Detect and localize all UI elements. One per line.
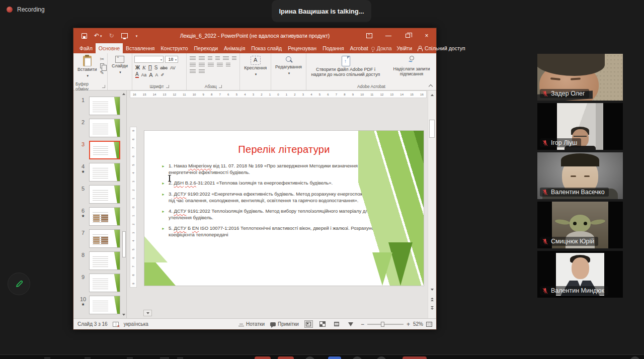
dialog-launcher-icon[interactable] (102, 85, 105, 88)
security-button-stub[interactable] (305, 356, 315, 359)
underline-button[interactable]: П (148, 65, 152, 71)
thumbnail-row[interactable]: 10★ (79, 296, 121, 314)
normal-view-button[interactable] (304, 320, 313, 328)
zoom-slider[interactable] (367, 324, 404, 325)
bullets-button[interactable] (190, 56, 196, 61)
tab-review[interactable]: Рецензуван (285, 43, 319, 53)
participant-tile[interactable]: Смицнюк Юрій (537, 202, 623, 248)
send-signature-button[interactable]: Надіслати запити підписання (388, 55, 435, 77)
font-color-button[interactable]: А (135, 72, 139, 78)
tray-button-stub[interactable] (630, 356, 640, 359)
mute-button-stub[interactable] (255, 356, 271, 359)
copy-button[interactable] (100, 63, 104, 68)
grow-font-button[interactable]: А (149, 72, 152, 78)
increase-indent-button[interactable] (215, 56, 220, 61)
thumbnail-scrollbar[interactable] (121, 92, 126, 317)
fit-to-window-button[interactable] (426, 322, 432, 327)
tell-me-button[interactable]: Докла (371, 45, 392, 51)
line-spacing-button[interactable] (223, 56, 229, 61)
slide-thumbnail[interactable] (89, 97, 120, 115)
slide-thumbnail[interactable] (89, 296, 120, 314)
justify-button[interactable] (217, 63, 223, 67)
bullet-item[interactable]: ►3. ДСТУ 9190:2022 «Енергетична ефективн… (162, 191, 379, 204)
thumbnail-row[interactable]: 7 (79, 229, 121, 248)
slide-thumbnail[interactable] (89, 185, 120, 204)
cut-button[interactable]: ✂ (100, 56, 104, 62)
notes-button[interactable]: Нотатки (238, 321, 265, 327)
thumbnail-row[interactable]: 9 (79, 274, 121, 292)
slide-thumbnail[interactable] (89, 141, 120, 159)
scroll-up-icon[interactable] (121, 92, 126, 97)
sign-in-button[interactable]: Увійти (397, 45, 413, 51)
change-case-button[interactable]: Аа (141, 72, 147, 78)
share-button[interactable]: Спільний доступ (417, 45, 465, 51)
spellcheck-icon[interactable] (113, 322, 119, 327)
bold-button[interactable]: Ж (135, 65, 140, 71)
tab-transitions[interactable]: Переходи (191, 43, 221, 53)
tab-view[interactable]: Подання (319, 43, 347, 53)
slides-button[interactable]: Слайди ▾ (110, 55, 130, 75)
thumbnail-row-selected[interactable]: 3 (79, 141, 121, 159)
editing-button[interactable]: Редагування ▾ (273, 55, 304, 76)
thumbnail-row[interactable]: 2 (79, 119, 121, 137)
align-text-button[interactable] (190, 69, 196, 74)
reactions-button-stub[interactable] (352, 356, 362, 359)
reading-view-button[interactable] (333, 320, 341, 328)
participant-tile[interactable]: Валентин Миндюк (537, 251, 623, 298)
tab-design[interactable]: Конструкто (157, 43, 191, 53)
minimize-button[interactable]: — (379, 28, 398, 43)
scroll-down-icon[interactable] (121, 312, 126, 317)
clear-formatting-button[interactable]: ✐ (160, 72, 164, 78)
titlebar[interactable]: ▾ ▾ Лекція_6_2022 - PowerPoint (не вдало… (73, 28, 436, 43)
scroll-down-icon[interactable] (428, 286, 436, 293)
scroll-up-icon[interactable] (428, 92, 436, 98)
thumbnail-row[interactable]: 1 (79, 97, 121, 115)
tab-home[interactable]: Основне (96, 43, 123, 53)
next-slide-button[interactable] (428, 305, 436, 311)
strikethrough-button[interactable]: abc (160, 65, 168, 71)
save-button[interactable] (82, 33, 87, 39)
bullet-item[interactable]: ►4. ДСТУ 9191:2022 Теплоізоляція будівел… (162, 208, 379, 221)
language-indicator[interactable]: українська (124, 321, 148, 327)
slide-thumbnail[interactable] (89, 251, 120, 270)
bullet-item[interactable]: ►2. ДБН В.2.6-31:2021 «Теплова ізоляція … (162, 180, 379, 187)
numbering-button[interactable] (199, 56, 205, 61)
font-size-combo[interactable]: 18▾ (165, 56, 178, 63)
slideshow-view-button[interactable] (347, 320, 355, 328)
bullet-text[interactable]: 3. ДСТУ 9190:2022 «Енергетична ефективні… (169, 191, 379, 204)
bullet-text[interactable]: 1. Наказ Мінрегіону від 11. 07. 2018 № 1… (169, 162, 379, 175)
comments-button[interactable]: Примітки (270, 321, 299, 327)
collapse-ribbon-button[interactable] (429, 83, 433, 87)
slide-thumbnail[interactable] (89, 163, 120, 182)
text-shadow-button[interactable]: S (154, 65, 158, 71)
zoom-out-button[interactable]: − (361, 322, 364, 327)
tab-acrobat[interactable]: Acrobat (347, 43, 371, 53)
slide-thumbnail[interactable] (89, 274, 120, 292)
align-right-button[interactable] (208, 63, 214, 67)
character-spacing-button[interactable]: AV (170, 65, 176, 71)
tab-animations[interactable]: Анімація (221, 43, 248, 53)
thumbnail-row[interactable]: 8 (79, 251, 121, 270)
close-button[interactable]: × (417, 28, 436, 43)
font-name-combo[interactable]: ▾ (134, 56, 164, 63)
thumbnail-row[interactable]: 4★ (79, 163, 121, 182)
slide-thumbnail[interactable] (89, 119, 120, 137)
video-button-stub[interactable] (278, 356, 294, 359)
zoom-in-button[interactable]: + (407, 322, 410, 327)
bullet-text[interactable]: 2. ДБН В.2.6-31:2021 «Теплова ізоляція т… (169, 180, 333, 187)
slide-canvas[interactable]: Перелік літератури ►1. Наказ Мінрегіону … (144, 130, 424, 286)
restore-button[interactable] (398, 28, 417, 43)
shrink-font-button[interactable]: А (155, 72, 158, 78)
zoom-slider-thumb[interactable] (381, 322, 384, 327)
slide-sorter-view-button[interactable] (318, 320, 327, 328)
scrollbar-thumb[interactable] (122, 231, 126, 257)
undo-button[interactable]: ▾ (94, 33, 102, 39)
participant-tile[interactable]: Валентин Васечко (537, 152, 623, 199)
align-left-button[interactable] (190, 63, 196, 67)
thumbnail-row[interactable]: 5 (79, 185, 121, 204)
start-slideshow-button[interactable] (121, 33, 128, 38)
thumbnail-scroll-down-button[interactable] (143, 310, 152, 316)
ribbon-display-options-button[interactable] (360, 28, 379, 43)
columns-button[interactable] (226, 63, 230, 67)
drawing-button[interactable]: A Креслення ▾ (242, 55, 269, 77)
